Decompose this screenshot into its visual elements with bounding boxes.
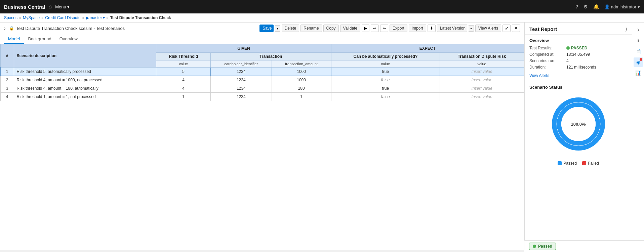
home-icon[interactable]: ⌂ <box>49 4 52 10</box>
col-transaction-header: Transaction <box>210 53 331 60</box>
expect-header: EXPECT <box>331 44 524 53</box>
redo-button[interactable]: ↪ <box>380 25 388 32</box>
user-menu[interactable]: 👤 administrator ▾ <box>604 4 640 9</box>
download-button[interactable]: ⬇ <box>428 25 436 32</box>
breadcrumb-branch[interactable]: ▶ master ▾ <box>86 15 105 20</box>
right-panel: Test Report ⟩ Overview Test Results: PAS… <box>524 23 632 250</box>
view-alerts-link[interactable]: View Alerts <box>529 73 549 78</box>
right-panel-header: Test Report ⟩ <box>525 23 632 35</box>
report-title: Test Report <box>529 26 557 32</box>
duration-label: Duration: <box>529 65 566 70</box>
title-bar: › 🔒 Test Dispute Transaction Check.scesi… <box>0 23 524 34</box>
tab-bar: Model Background Overview <box>0 34 524 44</box>
completed-value: 13:34:05.499 <box>566 52 590 57</box>
side-file-icon[interactable]: 📄 <box>634 47 643 56</box>
latest-version-button[interactable]: Latest Version <box>437 25 467 32</box>
table-row[interactable]: 2Risk threshold 4, amount = 1000, not pr… <box>0 76 524 84</box>
scenario-table-area: # Scenario description GIVEN EXPECT Risk… <box>0 44 524 250</box>
completed-label: Completed at: <box>529 52 566 57</box>
panel-expand-icon[interactable]: ⟩ <box>625 26 627 32</box>
breadcrumb: Spaces » MySpace » Credit Card Dispute »… <box>0 13 644 23</box>
scenarios-value: 4 <box>566 58 569 63</box>
col-dispute-risk-header: Transaction Dispute Risk <box>440 53 524 60</box>
test-results-label: Test Results: <box>529 46 566 50</box>
table-row[interactable]: 3Risk threshold 4, amount = 180, automat… <box>0 84 524 93</box>
duration-value: 121 milliseconds <box>566 65 596 70</box>
overview-section: Overview Test Results: PASSED Completed … <box>525 35 632 81</box>
side-icons-panel: ⟩ ℹ 📄 ◉ 📊 <box>632 23 644 250</box>
app-brand: Business Central <box>4 4 45 10</box>
side-expand-icon[interactable]: ⟩ <box>634 25 643 35</box>
tab-overview[interactable]: Overview <box>55 34 82 44</box>
breadcrumb-spaces[interactable]: Spaces <box>4 15 17 20</box>
notifications-icon[interactable]: 🔔 <box>593 4 599 9</box>
version-dropdown[interactable]: ▾ <box>469 25 474 32</box>
help-icon[interactable]: ? <box>575 4 578 9</box>
completed-row: Completed at: 13:34:05.499 <box>529 52 627 57</box>
side-circle-icon[interactable]: ◉ <box>634 57 643 67</box>
col-hash-header: # <box>0 44 14 68</box>
side-chart-icon[interactable]: 📊 <box>634 68 643 78</box>
scenario-status-title: Scenario Status <box>529 85 627 90</box>
import-button[interactable]: Import <box>409 25 426 32</box>
breadcrumb-myspace[interactable]: MySpace <box>23 15 40 20</box>
expand-button[interactable]: ⤢ <box>502 25 511 32</box>
col-ch-id-header: cardholder_identifier <box>210 60 272 68</box>
lock-icon: 🔒 <box>9 26 14 31</box>
duration-row: Duration: 121 milliseconds <box>529 65 627 70</box>
table-row[interactable]: 1Risk threshold 5, automatically process… <box>0 68 524 76</box>
col-ta-header: transaction_amount <box>272 60 331 68</box>
col-auto-value-header: value <box>331 60 440 68</box>
legend-failed: Failed <box>582 161 599 166</box>
settings-icon[interactable]: ⚙ <box>583 4 588 9</box>
side-info-icon[interactable]: ℹ <box>634 36 643 45</box>
menu-button[interactable]: Menu ▾ <box>55 4 70 9</box>
validate-button[interactable]: Validate <box>340 25 360 32</box>
status-dot <box>533 245 536 248</box>
scenario-status-section: Scenario Status 100.0% Passed <box>525 81 632 169</box>
given-header: GIVEN <box>156 44 331 53</box>
undo-button[interactable]: ↩ <box>371 25 379 32</box>
rename-button[interactable]: Rename <box>300 25 322 32</box>
test-results-row: Test Results: PASSED <box>529 46 627 50</box>
col-desc-header: Scenario description <box>14 44 156 68</box>
view-alerts-button[interactable]: View Alerts <box>475 25 501 32</box>
overview-title: Overview <box>529 38 627 43</box>
main-layout: › 🔒 Test Dispute Transaction Check.scesi… <box>0 23 644 250</box>
status-bar: Passed <box>524 240 644 250</box>
breadcrumb-current: Test Dispute Transaction Check <box>110 15 171 20</box>
col-dr-value-header: value <box>440 60 524 68</box>
tab-model[interactable]: Model <box>4 34 24 44</box>
chart-legend: Passed Failed <box>529 161 627 166</box>
document-title: Test Dispute Transaction Check.scesim - … <box>16 26 125 31</box>
run-button[interactable]: ▶ <box>362 25 369 32</box>
scenarios-label: Scenarios run: <box>529 58 566 63</box>
close-button[interactable]: ✕ <box>512 25 520 32</box>
scenarios-row: Scenarios run: 4 <box>529 58 627 63</box>
export-button[interactable]: Export <box>390 25 407 32</box>
donut-label: 100.0% <box>571 122 586 127</box>
collapse-button[interactable]: › <box>4 26 6 31</box>
copy-button[interactable]: Copy <box>323 25 339 32</box>
left-panel: › 🔒 Test Dispute Transaction Check.scesi… <box>0 23 524 250</box>
table-row[interactable]: 4Risk threshold 1, amount = 1, not proce… <box>0 93 524 101</box>
table-body: 1Risk threshold 5, automatically process… <box>0 68 524 101</box>
save-button[interactable]: Save <box>259 25 273 32</box>
user-icon: 👤 <box>604 4 610 9</box>
scenario-table: # Scenario description GIVEN EXPECT Risk… <box>0 44 524 101</box>
top-navigation: Business Central ⌂ Menu ▾ ? ⚙ 🔔 👤 admini… <box>0 0 644 13</box>
donut-chart-container: 100.0% <box>529 94 627 154</box>
breadcrumb-credit-card-dispute[interactable]: Credit Card Dispute <box>45 15 80 20</box>
tab-background[interactable]: Background <box>24 34 55 44</box>
col-risk-threshold-header: Risk Threshold <box>156 53 211 60</box>
toolbar: Save ▾ Delete Rename Copy Validate ▶ ↩ ↪… <box>259 25 520 32</box>
legend-passed: Passed <box>558 161 577 166</box>
save-dropdown[interactable]: ▾ <box>275 25 280 32</box>
failed-dot-legend <box>582 161 586 165</box>
passed-dot <box>566 46 570 50</box>
col-rt-value-header: value <box>156 60 211 68</box>
passed-dot-legend <box>558 161 562 165</box>
test-results-value: PASSED <box>566 46 587 50</box>
passed-badge: Passed <box>529 243 556 250</box>
delete-button[interactable]: Delete <box>282 25 299 32</box>
